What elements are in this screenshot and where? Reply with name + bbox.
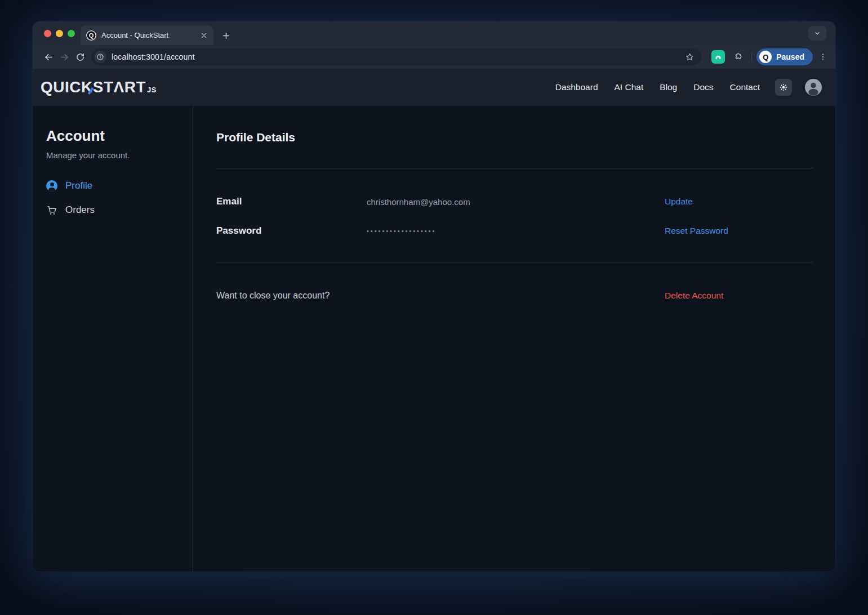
avatar-icon[interactable]: [805, 79, 822, 96]
divider: [216, 168, 813, 168]
profile-details-panel: Profile Details Email christhornham@yaho…: [193, 106, 835, 572]
q-extension-icon: Q: [759, 51, 772, 63]
sidebar-item-orders[interactable]: Orders: [46, 204, 179, 216]
traffic-lights: [44, 21, 75, 45]
nav-contact[interactable]: Contact: [730, 82, 760, 92]
browser-tab[interactable]: Q Account - QuickStart: [81, 25, 213, 45]
puzzle-icon[interactable]: [733, 52, 744, 63]
app-body: Account Manage your account. Profile Ord…: [33, 106, 835, 572]
user-icon: [46, 180, 57, 191]
cart-icon: [46, 204, 57, 216]
zoom-window-button[interactable]: [68, 30, 75, 37]
logo-text-post: STΛRT: [93, 78, 146, 96]
close-icon[interactable]: [200, 32, 208, 39]
update-email-link[interactable]: Update: [665, 197, 693, 207]
minimize-window-button[interactable]: [56, 30, 63, 37]
star-icon[interactable]: [685, 52, 695, 62]
sidebar-menu: Profile Orders: [46, 180, 179, 216]
q-favicon: Q: [86, 30, 96, 41]
page-title: Profile Details: [216, 131, 813, 144]
forward-icon[interactable]: [56, 49, 72, 65]
password-masked-value: ••••••••••••••••••: [367, 228, 665, 234]
url-text[interactable]: localhost:3001/account: [112, 52, 680, 61]
reset-password-link[interactable]: Reset Password: [665, 226, 728, 236]
account-sidebar: Account Manage your account. Profile Ord…: [33, 106, 193, 572]
app-header: QUICKSTΛRTJS Dashboard AI Chat Blog Docs…: [33, 69, 835, 106]
browser-window: Q Account - QuickStart localhost:3001: [33, 21, 835, 572]
nav-docs[interactable]: Docs: [693, 82, 713, 92]
email-row: Email christhornham@yahoo.com Update: [216, 196, 813, 207]
close-window-button[interactable]: [44, 30, 51, 37]
chevron-down-icon[interactable]: [808, 26, 826, 41]
main-nav: Dashboard AI Chat Blog Docs Contact: [555, 82, 760, 92]
logo-text-pre: QUIC: [41, 78, 81, 96]
email-value: christhornham@yahoo.com: [367, 197, 665, 207]
paused-label: Paused: [776, 52, 804, 61]
tab-title: Account - QuickStart: [101, 31, 195, 39]
paused-extension-button[interactable]: Q Paused: [756, 48, 813, 65]
password-label: Password: [216, 225, 367, 237]
browser-toolbar: localhost:3001/account Q Paused: [33, 45, 835, 69]
sidebar-item-label: Orders: [65, 204, 95, 216]
delete-account-link[interactable]: Delete Account: [665, 291, 723, 301]
sun-icon[interactable]: [775, 79, 792, 96]
arc-extension-icon[interactable]: [711, 50, 725, 64]
address-bar[interactable]: localhost:3001/account: [91, 48, 701, 65]
sidebar-item-profile[interactable]: Profile: [46, 180, 179, 191]
nav-dashboard[interactable]: Dashboard: [555, 82, 598, 92]
toolbar-divider: [751, 52, 752, 62]
sidebar-title: Account: [46, 127, 179, 145]
kebab-menu-icon[interactable]: [818, 52, 827, 61]
quickstart-logo[interactable]: QUICKSTΛRTJS: [41, 78, 157, 96]
sidebar-item-label: Profile: [65, 180, 92, 191]
sidebar-subtitle: Manage your account.: [46, 150, 179, 160]
email-label: Email: [216, 196, 367, 207]
nav-ai-chat[interactable]: AI Chat: [615, 82, 644, 92]
tab-bar: Q Account - QuickStart: [33, 21, 835, 45]
nav-blog[interactable]: Blog: [660, 82, 677, 92]
back-icon[interactable]: [41, 49, 56, 65]
close-account-row: Want to close your account? Delete Accou…: [216, 291, 813, 301]
logo-suffix: JS: [147, 86, 157, 94]
password-row: Password •••••••••••••••••• Reset Passwo…: [216, 225, 813, 237]
reload-icon[interactable]: [72, 49, 88, 65]
info-icon[interactable]: [94, 51, 106, 63]
logo-text-k: K: [81, 78, 93, 96]
new-tab-icon[interactable]: [221, 31, 231, 41]
close-account-question: Want to close your account?: [216, 291, 665, 301]
divider: [216, 262, 813, 262]
